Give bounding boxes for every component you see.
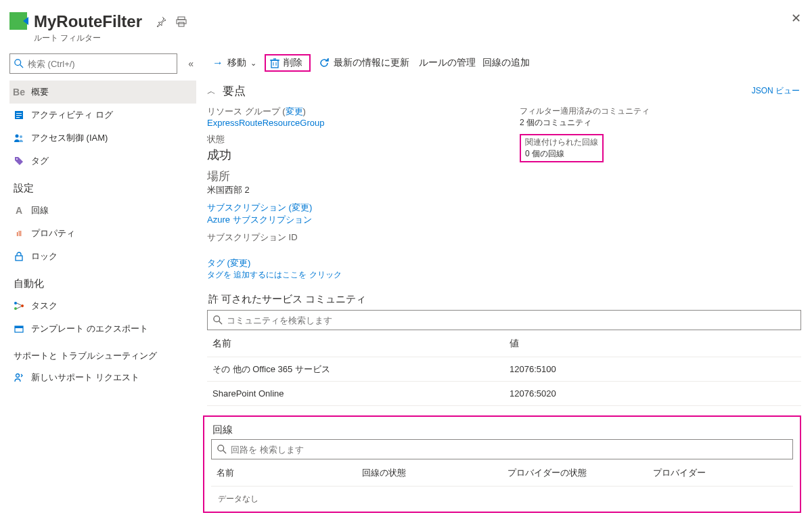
th-provider-state: プロバイダーの状態 <box>502 467 648 479</box>
page-title: MyRouteFilter <box>34 12 142 31</box>
export-icon <box>14 323 24 334</box>
nav-section-settings: 設定 <box>9 173 196 199</box>
nav-locks[interactable]: ロック <box>9 245 196 268</box>
communities-value: 2 個のコミュニティ <box>520 117 805 129</box>
essentials-collapse-icon[interactable]: ︿ <box>207 85 216 97</box>
svg-rect-7 <box>16 115 22 116</box>
svg-point-13 <box>14 302 17 304</box>
table-row[interactable]: SharePoint Online 12076:5020 <box>207 382 801 406</box>
svg-point-11 <box>16 158 18 160</box>
nav-circuits[interactable]: A 回線 <box>9 199 196 222</box>
toolbar-refresh[interactable]: 最新の情報に更新 <box>313 54 415 72</box>
svg-point-9 <box>16 135 19 138</box>
tasks-icon <box>14 300 24 311</box>
trash-icon <box>270 58 279 68</box>
nav-properties[interactable]: ıll プロパティ <box>9 222 196 245</box>
tags-label: タグ (変更) <box>207 257 805 269</box>
svg-rect-6 <box>16 113 22 114</box>
circuits-no-data: データなし <box>211 487 793 505</box>
tags-icon <box>14 156 24 166</box>
circuits-section: 回線 名前 回線の状態 プロバイダーの状態 プロバイダー データなし <box>203 415 801 513</box>
svg-point-28 <box>218 445 224 451</box>
svg-rect-0 <box>178 17 185 20</box>
toolbar-manage-rule[interactable]: ルールの管理 <box>413 54 481 72</box>
toolbar-delete[interactable]: 削除 <box>265 54 311 72</box>
th-provider: プロバイダー <box>648 467 793 479</box>
activity-log-icon <box>14 110 24 120</box>
collapse-sidebar-icon[interactable]: « <box>185 55 196 72</box>
th-circuit-state: 回線の状態 <box>357 467 502 479</box>
json-view-link[interactable]: JSON ビュー <box>752 85 805 97</box>
pin-icon[interactable] <box>156 16 166 27</box>
communities-search-input[interactable] <box>223 315 795 325</box>
rg-value[interactable]: ExpressRouteResourceGroup <box>207 118 493 128</box>
route-filter-icon <box>9 12 27 30</box>
refresh-icon <box>319 58 330 68</box>
rg-change-link[interactable]: 変更 <box>286 106 303 116</box>
nav-iam[interactable]: アクセス制御 (IAM) <box>9 127 196 150</box>
svg-point-20 <box>16 374 20 378</box>
svg-line-29 <box>223 451 226 453</box>
th-value: 値 <box>504 338 801 350</box>
rg-label: リソース グループ (変更) <box>207 106 493 118</box>
th-name: 名前 <box>207 338 504 350</box>
circuits-icon: A <box>14 205 24 216</box>
nav-section-automation: 自動化 <box>9 268 196 294</box>
svg-point-26 <box>214 316 220 322</box>
svg-rect-12 <box>16 256 22 261</box>
nav-section-support: サポートと トラブルシューティング <box>9 340 196 366</box>
nav-activity-log[interactable]: アクティビティ ログ <box>9 104 196 127</box>
circuits-search[interactable] <box>211 439 793 459</box>
close-icon[interactable]: ✕ <box>791 11 801 26</box>
nav-tags[interactable]: タグ <box>9 150 196 173</box>
subscription-id-label: サブスクリプション ID <box>207 231 493 244</box>
th-circuit-name: 名前 <box>211 467 357 479</box>
sidebar-search[interactable] <box>9 53 177 74</box>
status-label: 状態 <box>207 133 493 145</box>
sidebar-search-input[interactable] <box>24 59 173 69</box>
move-icon: → <box>212 57 223 69</box>
nav-new-support[interactable]: 新しいサポート リクエスト <box>9 366 196 389</box>
chevron-down-icon: ⌄ <box>250 59 256 68</box>
iam-icon <box>14 133 24 143</box>
toolbar-add-circuit[interactable]: 回線の追加 <box>477 54 535 72</box>
svg-rect-21 <box>271 60 278 68</box>
overview-icon: Be <box>14 87 24 97</box>
nav-tasks[interactable]: タスク <box>9 294 196 317</box>
svg-rect-2 <box>179 22 184 26</box>
communities-search[interactable] <box>207 310 801 330</box>
svg-point-3 <box>15 60 21 66</box>
communities-label: フィルター適用済みのコミュニティ <box>520 106 805 117</box>
status-value: 成功 <box>207 147 493 163</box>
table-row[interactable]: その 他の Office 365 サービス 12076:5100 <box>207 357 801 382</box>
search-icon <box>14 59 24 68</box>
toolbar-move[interactable]: → 移動 ⌄ <box>207 54 262 72</box>
svg-line-16 <box>17 303 21 305</box>
properties-icon: ıll <box>14 228 24 239</box>
svg-point-15 <box>21 304 24 307</box>
svg-line-17 <box>17 307 21 309</box>
svg-rect-19 <box>15 326 23 328</box>
nav-overview[interactable]: Be 概要 <box>9 81 196 104</box>
related-circuits-box: 関連付けられた回線 0 個の回線 <box>520 134 604 162</box>
print-icon[interactable] <box>176 16 187 27</box>
svg-line-4 <box>20 65 23 68</box>
location-label: 場所 <box>207 168 493 184</box>
communities-table: 名前 値 その 他の Office 365 サービス 12076:5100 Sh… <box>207 330 801 406</box>
related-value: 0 個の回線 <box>525 148 598 160</box>
svg-point-14 <box>14 307 17 310</box>
essentials-title: 要点 <box>223 83 246 99</box>
subscription-label: サブスクリプション (変更) <box>207 202 493 214</box>
search-icon <box>217 445 227 454</box>
circuits-search-input[interactable] <box>227 445 787 455</box>
svg-line-27 <box>219 321 222 324</box>
support-icon <box>14 372 24 383</box>
nav-export-template[interactable]: テンプレート のエクスポート <box>9 317 196 340</box>
subscription-value[interactable]: Azure サブスクリプション <box>207 214 493 226</box>
location-value: 米国西部 2 <box>207 184 493 196</box>
tags-add-link[interactable]: タグを 追加するにはここを クリック <box>207 269 805 281</box>
svg-point-10 <box>20 135 22 138</box>
svg-rect-8 <box>16 117 20 118</box>
search-icon <box>213 315 223 325</box>
circuits-title: 回線 <box>212 424 797 436</box>
